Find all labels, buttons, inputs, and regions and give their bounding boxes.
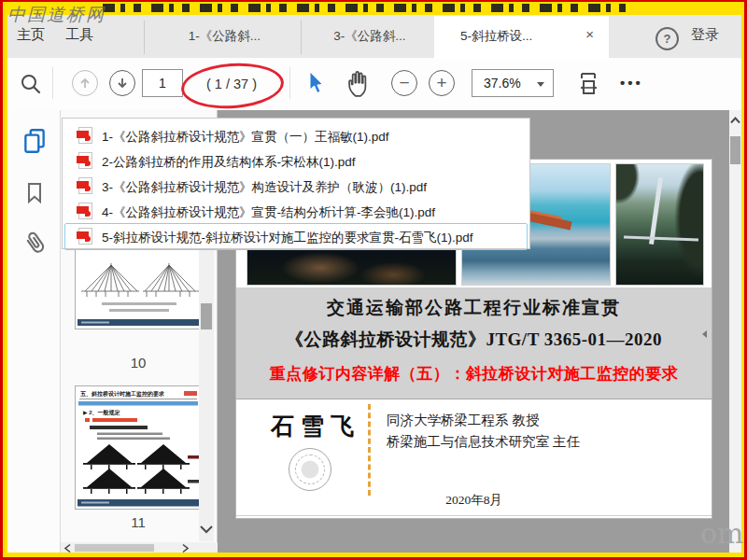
attachments-icon[interactable] (21, 230, 48, 256)
file-item-5-selected[interactable]: 5-斜拉桥设计规范-斜拉桥设计对施工监控的要求宣贯-石雪飞(1).pdf (66, 224, 526, 249)
file-item-3[interactable]: 3-《公路斜拉桥设计规范》构造设计及养护（耿波）(1).pdf (66, 174, 526, 199)
sidebar-rail (7, 110, 61, 553)
dashed-divider (368, 404, 371, 496)
file-item-4[interactable]: 4-《公路斜拉桥设计规范》宣贯-结构分析计算-李会驰(1).pdf (66, 199, 526, 224)
file-item-2[interactable]: 2-公路斜拉桥的作用及结构体系-宋松林(1).pdf (66, 148, 526, 174)
zoom-out-button[interactable]: − (391, 70, 417, 96)
bridge-pylon (649, 177, 663, 245)
login-button[interactable]: 登录 (691, 26, 719, 44)
slide-title-line2: 《公路斜拉桥设计规范》JTG/T 3365-01—2020 (236, 328, 712, 352)
tab-divider (301, 21, 302, 54)
clipped-window-title (103, 4, 626, 12)
thumbnail-scrollbar[interactable] (199, 233, 214, 541)
fit-width-icon[interactable] (575, 71, 601, 97)
page-number-input[interactable]: 1 (142, 69, 183, 97)
page-10-number: 10 (75, 355, 202, 371)
right-panel-collapse-handle[interactable] (702, 330, 707, 338)
zoom-level-select[interactable]: 37.6% (472, 69, 554, 97)
pdf-file-icon (78, 177, 92, 194)
file-name: 1-《公路斜拉桥设计规范》宣贯（一）王福敏(1).pdf (102, 129, 389, 146)
hand-tool-icon[interactable] (345, 69, 372, 97)
bookmarks-icon[interactable] (23, 181, 46, 205)
tab-doc-1[interactable]: 1-《公路斜... (152, 28, 297, 45)
menu-home[interactable]: 主页 (17, 26, 45, 44)
bridge-deck (624, 236, 698, 242)
menu-tools[interactable]: 工具 (65, 26, 93, 44)
slide-title-line1: 交通运输部公路工程行业标准宣贯 (236, 296, 712, 320)
thumbnail-subheading: ▶ 2、一般规定 (83, 409, 120, 417)
select-tool-icon[interactable] (306, 71, 327, 96)
pdf-file-icon (78, 203, 92, 219)
main-scrollbar-thumb[interactable] (730, 136, 740, 164)
pdf-file-icon (78, 127, 92, 144)
file-item-1[interactable]: 1-《公路斜拉桥设计规范》宣贯（一）王福敏(1).pdf (66, 123, 526, 148)
file-name: 3-《公路斜拉桥设计规范》构造设计及养护（耿波）(1).pdf (102, 179, 427, 196)
pdf-file-icon (78, 152, 92, 169)
page-11-thumbnail[interactable]: 五、斜拉桥设计时施工监控的要求 ▶ (75, 385, 202, 510)
seal-inner-ring (295, 455, 325, 484)
file-name: 4-《公路斜拉桥设计规范》宣贯-结构分析计算-李会驰(1).pdf (102, 204, 435, 221)
author-name: 石雪飞 (271, 411, 360, 441)
scroll-down-icon[interactable] (199, 525, 214, 535)
previous-page-button[interactable] (72, 70, 98, 96)
recent-files-dropdown: 1-《公路斜拉桥设计规范》宣贯（一）王福敏(1).pdf 2-公路斜拉桥的作用及… (62, 118, 530, 249)
chevron-down-icon (537, 82, 544, 87)
toolbar-divider (52, 67, 53, 99)
page-10-thumbnail[interactable] (75, 236, 202, 329)
pdf-file-icon (78, 228, 92, 245)
watermark-bottom-right: om (700, 517, 744, 550)
university-seal (289, 448, 331, 491)
search-icon[interactable] (19, 72, 43, 96)
thumbnail-hscrollbar-thumb[interactable] (75, 544, 154, 552)
tab-doc-5-active[interactable]: 5-斜拉桥设... × (434, 16, 609, 59)
file-name: 5-斜拉桥设计规范-斜拉桥设计对施工监控的要求宣贯-石雪飞(1).pdf (102, 230, 473, 246)
bridge-photo-gorge (615, 163, 704, 286)
scroll-right-icon[interactable] (181, 543, 190, 553)
watermark-top-left: 中国道桥网 (7, 3, 106, 27)
scroll-up-icon[interactable] (729, 116, 741, 125)
file-name: 2-公路斜拉桥的作用及结构体系-宋松林(1).pdf (102, 154, 356, 171)
toolbar-divider (289, 67, 290, 99)
thumbnail-scrollbar-thumb[interactable] (201, 303, 212, 329)
slide-title-line3-red: 重点修订内容详解（五）：斜拉桥设计对施工监控的要求 (236, 363, 712, 385)
zoom-level-value: 37.6% (484, 76, 521, 91)
affiliation-line2: 桥梁施工与信息技术研究室 主任 (387, 433, 580, 451)
help-icon[interactable]: ? (655, 27, 679, 50)
zoom-in-button[interactable]: + (429, 70, 455, 96)
main-scrollbar[interactable] (729, 110, 741, 553)
tab-doc-3[interactable]: 3-《公路斜... (308, 28, 431, 45)
page-11-number: 11 (75, 514, 202, 530)
tab-divider (144, 21, 145, 54)
more-options-button[interactable]: ••• (620, 75, 643, 91)
page-thumbnails-icon[interactable] (21, 127, 49, 155)
affiliation-line1: 同济大学桥梁工程系 教授 (387, 412, 540, 429)
next-page-button[interactable] (109, 70, 135, 96)
screenshot-frame: 中国道桥网 om 主页 工具 1-《公路斜... 3-《公路斜... 5-斜拉桥… (0, 0, 747, 560)
tab-doc-5-label: 5-斜拉桥设... (460, 28, 532, 45)
close-tab-icon[interactable]: × (585, 26, 594, 42)
slide-date: 2020年8月 (236, 492, 712, 509)
scroll-left-icon[interactable] (63, 543, 72, 553)
